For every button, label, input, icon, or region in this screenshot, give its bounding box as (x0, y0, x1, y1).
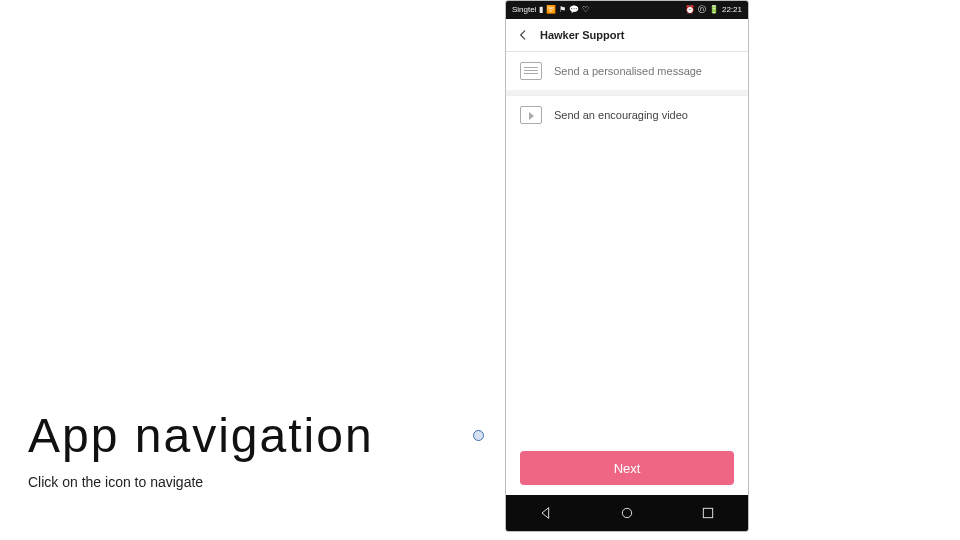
nfc-icon: ⓝ (698, 6, 706, 14)
heart-icon: ♡ (582, 6, 589, 14)
app-header: Hawker Support (506, 19, 748, 51)
phone-mockup: Singtel ▮ 🛜 ⚑ 💬 ♡ ⏰ ⓝ 🔋 22:21 Hawker Sup… (505, 0, 749, 532)
page-title: Hawker Support (540, 29, 624, 41)
slide-subtitle: Click on the icon to navigate (28, 474, 203, 490)
status-bar: Singtel ▮ 🛜 ⚑ 💬 ♡ ⏰ ⓝ 🔋 22:21 (506, 1, 748, 19)
video-icon (520, 106, 542, 124)
option-label: Send a personalised message (554, 65, 702, 77)
next-button[interactable]: Next (520, 451, 734, 485)
message-icon (520, 62, 542, 80)
wifi-icon: 🛜 (546, 6, 556, 14)
option-video[interactable]: Send an encouraging video (506, 96, 748, 134)
option-label: Send an encouraging video (554, 109, 688, 121)
carrier-label: Singtel (512, 6, 536, 14)
clock-label: 22:21 (722, 6, 742, 14)
volte-icon: ⚑ (559, 6, 566, 14)
svg-rect-1 (703, 508, 712, 517)
option-message[interactable]: Send a personalised message (506, 52, 748, 90)
svg-point-0 (622, 508, 631, 517)
slide-title: App navigation (28, 408, 374, 463)
whatsapp-icon: 💬 (569, 6, 579, 14)
nav-home-icon[interactable] (619, 505, 635, 521)
nav-back-icon[interactable] (538, 505, 554, 521)
alarm-icon: ⏰ (685, 6, 695, 14)
android-navbar (506, 495, 748, 531)
back-icon[interactable] (516, 28, 530, 42)
nav-recent-icon[interactable] (700, 505, 716, 521)
battery-icon: 🔋 (709, 6, 719, 14)
signal-icon: ▮ (539, 6, 543, 14)
bullet-dot (473, 430, 484, 441)
content-area (506, 134, 748, 441)
